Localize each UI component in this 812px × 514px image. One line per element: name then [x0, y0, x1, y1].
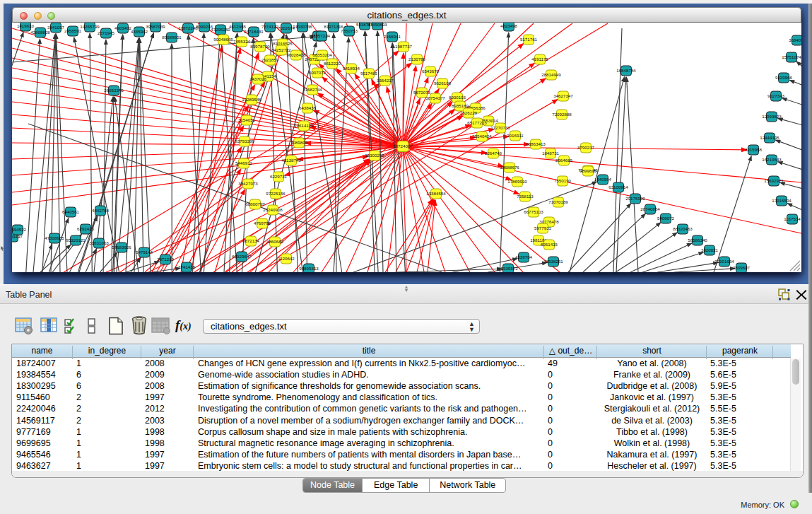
svg-text:7358113: 7358113	[517, 194, 534, 199]
svg-text:45935572: 45935572	[498, 266, 518, 271]
svg-text:16848784: 16848784	[616, 68, 636, 73]
svg-text:12444195: 12444195	[760, 135, 779, 140]
svg-text:3684052: 3684052	[789, 37, 801, 42]
svg-text:9227343: 9227343	[767, 93, 785, 98]
svg-text:90048665: 90048665	[213, 37, 233, 42]
svg-text:57683626: 57683626	[112, 245, 131, 250]
svg-text:7357224: 7357224	[313, 33, 331, 38]
svg-text:7455324: 7455324	[233, 39, 251, 44]
svg-text:5408072: 5408072	[657, 216, 675, 221]
svg-text:1987737: 1987737	[395, 44, 413, 49]
svg-text:39587039: 39587039	[146, 24, 165, 29]
svg-text:2437026: 2437026	[249, 76, 267, 81]
svg-text:4769795: 4769795	[254, 221, 271, 226]
svg-text:8215958: 8215958	[745, 147, 763, 152]
svg-text:1848731: 1848731	[542, 151, 560, 156]
svg-text:26053346: 26053346	[104, 88, 124, 93]
svg-text:42868828: 42868828	[30, 30, 50, 35]
svg-text:8612220: 8612220	[324, 61, 341, 66]
svg-text:5977931: 5977931	[534, 226, 552, 230]
svg-text:17016504: 17016504	[772, 198, 792, 203]
svg-text:88320463: 88320463	[673, 226, 693, 231]
svg-text:18724007: 18724007	[393, 144, 413, 148]
svg-text:66775103: 66775103	[524, 209, 543, 214]
svg-text:15751074: 15751074	[782, 54, 801, 59]
svg-text:4539704: 4539704	[515, 255, 533, 259]
svg-text:2839607: 2839607	[733, 265, 751, 270]
svg-text:71070189: 71070189	[548, 199, 568, 204]
svg-text:28814949: 28814949	[541, 72, 561, 77]
svg-text:84252722: 84252722	[271, 47, 291, 52]
svg-text:83793389: 83793389	[235, 139, 254, 144]
svg-text:47308985: 47308985	[45, 235, 64, 240]
svg-text:3741438: 3741438	[178, 264, 196, 269]
svg-text:4335942: 4335942	[131, 29, 148, 34]
svg-text:95899313: 95899313	[299, 266, 319, 271]
svg-text:3320821: 3320821	[701, 247, 719, 252]
svg-text:7089806: 7089806	[290, 140, 308, 145]
svg-text:1419610: 1419610	[17, 23, 35, 28]
svg-text:17869910: 17869910	[507, 179, 527, 184]
svg-text:3871230: 3871230	[157, 257, 175, 262]
svg-text:38538251: 38538251	[543, 259, 563, 264]
svg-text:9899695: 9899695	[579, 168, 597, 173]
svg-text:12093823: 12093823	[762, 114, 782, 119]
svg-text:17270733: 17270733	[490, 125, 510, 130]
svg-text:6007072: 6007072	[309, 70, 326, 75]
svg-text:60929647: 60929647	[232, 254, 252, 259]
svg-text:4860684: 4860684	[266, 239, 284, 244]
svg-text:2458591: 2458591	[64, 28, 82, 33]
svg-text:38688676: 38688676	[500, 165, 519, 170]
svg-text:91030736: 91030736	[293, 24, 312, 29]
svg-text:7374122: 7374122	[261, 24, 279, 29]
svg-text:28740864: 28740864	[640, 206, 660, 211]
svg-text:65177213: 65177213	[467, 120, 487, 125]
svg-text:6261415: 6261415	[541, 242, 558, 247]
svg-text:23718431: 23718431	[244, 29, 264, 34]
svg-text:4842788: 4842788	[92, 208, 110, 213]
svg-text:9626108: 9626108	[434, 81, 452, 86]
svg-text:5171761: 5171761	[520, 37, 538, 42]
svg-text:58586340: 58586340	[688, 238, 707, 243]
svg-text:19289546: 19289546	[242, 97, 261, 102]
svg-text:2571945: 2571945	[98, 30, 115, 35]
svg-text:7550190: 7550190	[554, 178, 572, 183]
svg-text:29175900: 29175900	[625, 196, 645, 201]
svg-text:38427073: 38427073	[238, 181, 258, 186]
svg-text:95320121: 95320121	[66, 238, 86, 243]
svg-text:4191175: 4191175	[531, 57, 548, 62]
svg-text:47295260: 47295260	[211, 27, 230, 32]
svg-text:63100814: 63100814	[608, 185, 628, 189]
svg-text:87490893: 87490893	[367, 23, 387, 27]
svg-text:5479144: 5479144	[136, 250, 153, 255]
svg-text:31831063: 31831063	[89, 240, 109, 245]
svg-text:6672134: 6672134	[242, 238, 260, 243]
svg-text:97225156: 97225156	[266, 191, 286, 196]
svg-text:3341057: 3341057	[47, 25, 65, 30]
svg-text:2694522: 2694522	[12, 227, 27, 232]
svg-text:15692971: 15692971	[764, 178, 784, 183]
svg-text:9517485: 9517485	[360, 71, 378, 76]
svg-text:2016911: 2016911	[507, 133, 524, 138]
svg-text:6438436: 6438436	[299, 105, 317, 110]
svg-text:8930103: 8930103	[449, 95, 466, 100]
svg-text:2626229: 2626229	[460, 110, 478, 115]
svg-text:1167534: 1167534	[784, 216, 801, 221]
svg-text:14265799: 14265799	[80, 24, 100, 29]
svg-text:31682744: 31682744	[302, 87, 322, 92]
svg-text:18300295: 18300295	[365, 153, 384, 158]
svg-text:68353204: 68353204	[312, 52, 332, 57]
svg-text:72092888: 72092888	[552, 112, 572, 117]
svg-text:22201654: 22201654	[714, 259, 734, 264]
svg-text:5672073: 5672073	[413, 90, 431, 95]
svg-text:2921859: 2921859	[261, 57, 279, 62]
svg-text:19384554: 19384554	[426, 191, 446, 196]
svg-text:83863413: 83863413	[526, 141, 546, 146]
svg-text:2564689: 2564689	[555, 158, 573, 163]
svg-text:68800797: 68800797	[245, 201, 265, 206]
svg-text:89978790: 89978790	[250, 44, 270, 49]
svg-text:6440561: 6440561	[62, 209, 80, 214]
svg-text:4612365: 4612365	[229, 24, 247, 29]
svg-text:9129966: 9129966	[775, 75, 793, 80]
svg-text:1640954: 1640954	[594, 177, 612, 182]
